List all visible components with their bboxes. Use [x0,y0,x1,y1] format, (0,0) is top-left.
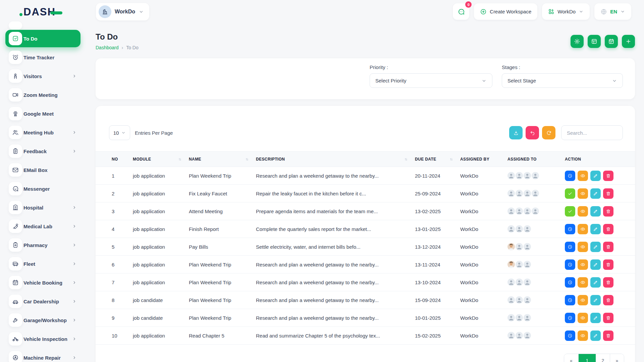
edit-button[interactable] [590,242,601,252]
delete-button[interactable] [603,330,613,341]
workspace-switcher[interactable]: WorkDo [96,3,149,20]
stage-select[interactable]: Select Stage [502,73,623,88]
timer-button[interactable] [565,295,575,305]
timer-button[interactable] [565,171,575,181]
create-workspace-button[interactable]: Create Workspace [474,3,537,20]
view-button[interactable] [578,330,588,341]
sidebar-item-label: Feedback [23,148,47,154]
sidebar-item-fleet[interactable]: Fleet [0,257,87,270]
sidebar-item-to-do[interactable]: To Do [5,30,80,47]
edit-button[interactable] [590,206,601,217]
priority-select[interactable]: Select Priority [370,73,492,88]
view-button[interactable] [578,171,588,181]
cell-action [565,309,635,327]
view-button[interactable] [578,206,588,217]
column-header-module[interactable]: MODULE [133,152,189,167]
language-selector[interactable]: EN [594,3,631,20]
edit-button[interactable] [590,224,601,234]
delete-button[interactable] [603,242,613,252]
assignee-avatar [507,296,515,304]
delete-button[interactable] [603,277,613,288]
cell-action [565,220,635,238]
sidebar-item-time-tracker[interactable]: Time Tracker [0,51,87,64]
app-menu-button[interactable]: WorkDo [542,3,590,20]
sidebar-item-google-meet[interactable]: Google Meet [0,107,87,120]
edit-button[interactable] [590,313,601,323]
delete-button[interactable] [603,259,613,270]
export-button[interactable] [509,126,523,139]
search-input[interactable] [561,125,623,140]
timer-button[interactable] [565,259,575,270]
sort-icon[interactable] [449,157,453,162]
view-button[interactable] [578,277,588,288]
chat-button[interactable]: 0 [453,3,469,20]
cell-no: 6 [96,256,133,274]
timer-button[interactable] [565,313,575,323]
cell-module: job application [133,185,189,202]
sidebar-item-pharmacy[interactable]: Pharmacy [0,238,87,252]
edit-button[interactable] [590,171,601,181]
edit-button[interactable] [590,188,601,199]
timer-button[interactable] [565,242,575,252]
delete-button[interactable] [603,295,613,305]
sidebar-item-medical-lab[interactable]: Medical Lab [0,220,87,233]
sidebar-item-vehicle-booking[interactable]: Vehicle Booking [0,276,87,289]
sidebar-item-car-dealership[interactable]: Car Dealership [0,295,87,308]
column-header-name[interactable]: NAME [189,152,256,167]
edit-button[interactable] [590,295,601,305]
sidebar-partial-item [9,21,22,29]
sidebar-item-vehicle-inspection[interactable]: Vehicle Inspection [0,332,87,346]
view-button[interactable] [578,188,588,199]
sidebar-item-garage-workshop[interactable]: Garage/Workshop [0,313,87,327]
view-button[interactable] [578,295,588,305]
column-header-due-date[interactable]: DUE DATE [415,152,460,167]
add-todo-button[interactable] [622,35,635,48]
complete-button[interactable] [565,206,575,217]
view-button[interactable] [578,242,588,252]
page-cell-1[interactable]: 1 [578,354,596,362]
timer-button[interactable] [565,330,575,341]
entries-per-page-select[interactable]: 10 [109,125,130,140]
calendar-view-button[interactable] [605,35,618,48]
edit-button[interactable] [590,277,601,288]
refresh-button[interactable] [542,126,555,139]
sort-icon[interactable] [404,157,408,162]
timer-button[interactable] [565,224,575,234]
settings-button[interactable] [571,35,584,48]
pagination: «12» [564,354,624,362]
page-cell-2[interactable]: 2 [596,354,610,362]
sidebar-item-meeting-hub[interactable]: Meeting Hub [0,126,87,139]
view-button[interactable] [578,259,588,270]
column-header-description[interactable]: DESCRIPTION [256,152,415,167]
delete-button[interactable] [603,188,613,199]
cell-due-date: 10-01-2025 [415,309,460,327]
gear-icon [574,38,580,45]
view-button[interactable] [578,224,588,234]
sidebar-item-feedback[interactable]: Feedback [0,144,87,158]
delete-button[interactable] [603,206,613,217]
sort-icon[interactable] [178,157,182,162]
check-icon [568,191,573,196]
sidebar-item-machine-repair[interactable]: Machine Repair [0,351,87,362]
page-cell-3[interactable]: » [610,354,624,362]
timer-button[interactable] [565,277,575,288]
delete-button[interactable] [603,171,613,181]
breadcrumb-dashboard-link[interactable]: Dashboard [96,45,119,50]
delete-button[interactable] [603,224,613,234]
grid-view-button[interactable] [588,35,601,48]
sidebar-item-messenger[interactable]: Messenger [0,182,87,195]
delete-button[interactable] [603,313,613,323]
view-button[interactable] [578,313,588,323]
sidebar-item-hospital[interactable]: Hospital [0,201,87,214]
edit-button[interactable] [590,259,601,270]
sidebar-item-visitors[interactable]: Visitors [0,69,87,83]
assignee-avatar [524,261,531,268]
edit-button[interactable] [590,330,601,341]
page-cell-0[interactable]: « [564,354,578,362]
sidebar-item-zoom-meeting[interactable]: Zoom Meeting [0,88,87,102]
sidebar-item-email-box[interactable]: EMail Box [0,163,87,177]
complete-button[interactable] [565,188,575,199]
reset-button[interactable] [526,126,539,139]
globe-icon [600,8,607,15]
sort-icon[interactable] [245,157,249,162]
